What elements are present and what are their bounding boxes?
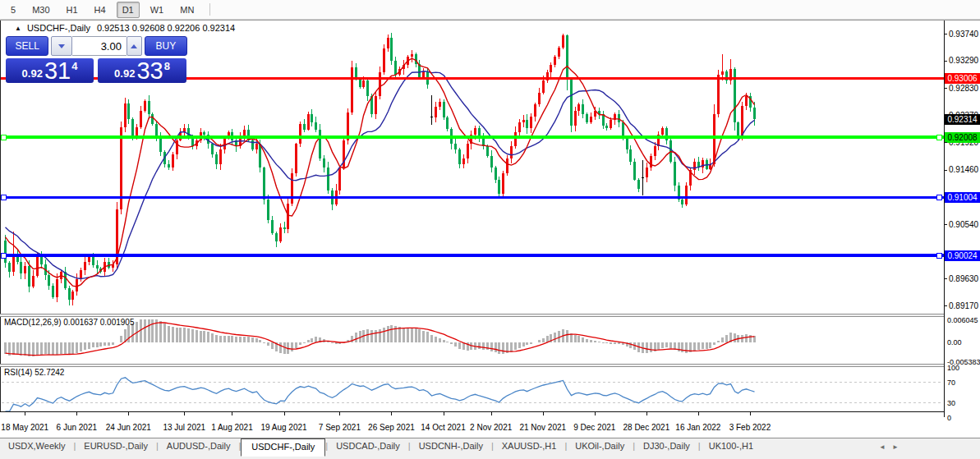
time-tick-mark [76,412,77,415]
time-tick-label: 3 Feb 2022 [729,423,771,432]
line-selection-handle[interactable] [1,195,7,200]
time-tick-label: 26 Sep 2021 [368,423,415,432]
chart-tab-uk100-h1[interactable]: UK100-,H1 [701,438,761,454]
price-tick-mark [944,170,947,171]
chart-tab-eurusd-daily[interactable]: EURUSD-,Daily [76,438,156,454]
timeframe-toolbar: 5M30H1H4D1W1MN [0,0,980,20]
horizontal-line-0.90024[interactable] [1,254,944,257]
time-tick-mark [646,412,647,415]
chart-tab-dj30-daily[interactable]: DJ30-,Daily [635,438,698,454]
tab-scroll-right-icon[interactable]: ► [892,443,899,451]
macd-indicator-label: MACD(12,26,9) 0.001637 0.001905 [4,318,134,327]
time-tick-mark [184,412,185,415]
timeframe-button-mn[interactable]: MN [174,2,200,18]
volume-input[interactable] [72,36,127,56]
toolbar-divider [209,3,210,16]
macd-axis-label: 0.006045 [947,316,978,324]
timeframe-button-d1[interactable]: D1 [117,2,140,18]
time-tick-label: 21 Nov 2021 [519,423,566,432]
time-tick-mark [444,412,444,415]
buy-price-main: 33 [135,60,163,83]
timeframe-button-5[interactable]: 5 [5,2,21,18]
chart-tab-ukoil-daily[interactable]: UKOil-,Daily [567,438,633,454]
sell-price-box[interactable]: 0.92 31 4 [6,58,94,83]
time-tick-label: 24 Jun 2021 [106,423,151,432]
time-tick-mark [595,412,596,415]
sell-button[interactable]: SELL [6,36,48,56]
price-level-badge: 0.91004 [945,192,980,203]
tab-scroll-left-icon[interactable]: ◄ [879,443,886,451]
rsi-indicator-label: RSI(14) 52.7242 [4,368,64,377]
timeframe-button-h1[interactable]: H1 [61,2,84,18]
time-axis-line [0,411,945,412]
price-macd-pane-separator[interactable] [0,314,980,317]
time-tick-label: 16 Jan 2022 [675,423,720,432]
line-selection-handle[interactable] [1,135,7,140]
price-tick-mark [944,142,947,143]
chart-tab-usdcad-daily[interactable]: USDCAD-,Daily [328,438,408,454]
sell-price-pipette: 4 [71,58,77,72]
price-tick-label: 0.91460 [949,165,978,174]
one-click-trading-panel: SELL BUY 0.92 31 4 0.92 33 8 [6,36,187,83]
rsi-axis-label: 100 [947,364,959,372]
rsi-label: RSI(14) [4,368,32,377]
price-tick-mark [944,34,947,34]
time-tick-mark [339,412,340,415]
rsi-value: 52.7242 [35,368,64,377]
chart-tab-bar: USDX,Weekly|EURUSD-,Daily|AUDUSD-,Daily|… [0,438,980,459]
price-level-badge: 0.90024 [945,250,980,261]
time-tick-label: 18 May 2021 [1,423,48,432]
line-selection-handle[interactable] [936,253,942,259]
time-tick-label: 2 Nov 2021 [470,423,512,432]
line-selection-handle[interactable] [1,253,7,259]
time-tick-label: 14 Oct 2021 [421,423,465,432]
rsi-axis-label: 30 [947,399,955,407]
volume-decrease-button[interactable] [51,36,72,56]
chart-tab-usdcnh-daily[interactable]: USDCNH-,Daily [411,438,491,454]
chart-ohlc-values: 0.92513 0.92608 0.92206 0.92314 [97,23,235,33]
price-tick-label: 0.89630 [949,274,978,283]
time-tick-mark [543,412,544,415]
buy-price-pipette: 8 [164,58,170,72]
one-click-panel-toggle-icon[interactable]: ▲ [15,25,21,32]
horizontal-line-0.92008[interactable] [1,135,944,139]
chart-header: ▲ USDCHF-,Daily 0.92513 0.92608 0.92206 … [15,23,235,33]
chart-title: USDCHF-,Daily [27,23,90,33]
time-tick-label: 9 Dec 2021 [573,423,615,432]
line-selection-handle[interactable] [936,195,942,200]
chart-tab-usdchf-daily[interactable]: USDCHF-,Daily [241,438,325,457]
time-tick-label: 19 Aug 2021 [260,423,306,432]
chart-tab-audusd-daily[interactable]: AUDUSD-,Daily [159,438,239,454]
time-tick-label: 7 Sep 2021 [319,423,361,432]
line-selection-handle[interactable] [936,135,942,140]
volume-increase-button[interactable] [127,36,142,56]
chart-window-border [0,20,980,21]
timeframe-button-w1[interactable]: W1 [145,2,170,18]
chart-tab-usdx-weekly[interactable]: USDX,Weekly [0,438,73,454]
price-tick-label: 0.93740 [949,30,978,39]
rsi-axis-label: 0 [947,414,951,422]
time-tick-label: 13 Jul 2021 [163,423,205,432]
price-level-badge: 0.93006 [945,73,980,84]
timeframe-button-h4[interactable]: H4 [89,2,112,18]
triangle-up-icon [131,44,137,48]
trading-terminal-window: 5M30H1H4D1W1MN MACD(12,26,9) 0.001637 0.… [0,0,980,459]
triangle-down-icon [58,44,65,48]
macd-rsi-pane-separator[interactable] [0,364,980,367]
chart-window-border-left [0,21,1,412]
buy-button[interactable]: BUY [145,36,187,56]
time-tick-mark [25,412,25,415]
rsi-axis-label: 70 [947,379,955,387]
sell-price-main: 31 [43,60,71,83]
price-tick-label: 0.90540 [949,220,978,229]
timeframe-button-m30[interactable]: M30 [26,2,55,18]
buy-price-box[interactable]: 0.92 33 8 [98,58,186,83]
price-tick-mark [944,305,947,306]
time-tick-mark [491,412,492,415]
time-tick-label: 28 Dec 2021 [623,423,669,432]
chart-tab-xauusd-h1[interactable]: XAUUSD-,H1 [494,438,565,454]
horizontal-line-0.91004[interactable] [1,196,944,199]
sell-price-prefix: 0.92 [22,67,43,83]
time-tick-label: 1 Aug 2021 [211,423,253,432]
time-tick-mark [391,412,392,415]
